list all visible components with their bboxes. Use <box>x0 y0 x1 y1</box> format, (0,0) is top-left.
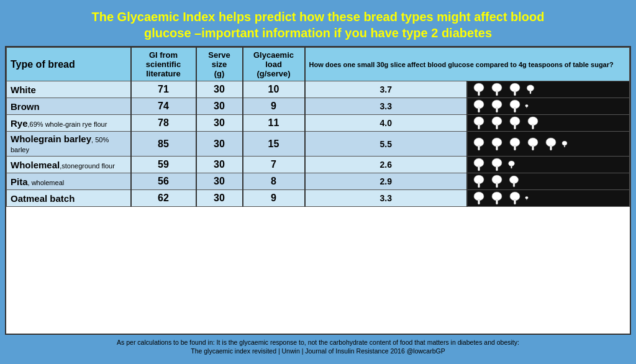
svg-rect-7 <box>530 90 531 94</box>
svg-rect-1 <box>478 91 480 96</box>
gi-cell: 59 <box>131 157 196 173</box>
header-row: Type of bread GI from scientific literat… <box>7 48 630 81</box>
bread-sub: , wholemeal <box>28 179 65 186</box>
bread-cell: Wholemeal,stoneground flour <box>7 157 131 173</box>
serve-cell: 30 <box>196 115 243 132</box>
visual-cell <box>467 98 630 115</box>
table-body: White 71 30 10 3.7 Brown <box>7 81 630 207</box>
header-visual: How does one small 30g slice affect bloo… <box>305 48 630 81</box>
data-table: Type of bread GI from scientific literat… <box>6 47 630 207</box>
table-row: Pita, wholemeal 56 30 8 2.9 <box>7 173 630 190</box>
spoon-icon <box>470 99 488 113</box>
gi-cell: 56 <box>131 173 196 190</box>
gl-num-cell: 4.0 <box>305 115 468 132</box>
visual-cell <box>467 115 630 132</box>
svg-rect-11 <box>496 107 498 112</box>
header-gi: GI from scientific literature <box>131 48 196 81</box>
spoon-icon <box>506 137 524 151</box>
gi-cell: 71 <box>131 81 196 98</box>
serve-cell: 30 <box>196 132 243 157</box>
gi-cell: 74 <box>131 98 196 115</box>
title: The Glycaemic Index helps predict how th… <box>11 9 625 41</box>
footer-line1: As per calculations to be found in: It i… <box>117 339 519 346</box>
spoon-icon <box>488 99 506 113</box>
svg-rect-19 <box>496 124 498 129</box>
gl-num-cell: 3.3 <box>305 190 468 207</box>
svg-rect-9 <box>478 107 480 112</box>
svg-rect-33 <box>550 145 552 150</box>
visual-cell <box>467 173 630 190</box>
svg-rect-41 <box>511 165 512 168</box>
table-row: Oatmeal batch 62 30 9 3.3 <box>7 190 630 207</box>
svg-rect-55 <box>527 199 527 200</box>
serve-cell: 30 <box>196 173 243 190</box>
serve-cell: 30 <box>196 98 243 115</box>
spoon-icon <box>470 191 488 205</box>
spoon-icon <box>488 116 506 130</box>
header-gl: Glycaemicload(g/serve) <box>243 48 305 81</box>
svg-rect-39 <box>496 166 498 171</box>
bread-cell: Wholegrain barley, 50% barley <box>7 132 131 157</box>
page-container: The Glycaemic Index helps predict how th… <box>0 0 636 364</box>
footer-area: As per calculations to be found in: It i… <box>5 335 631 359</box>
spoon-icon <box>524 137 542 151</box>
svg-rect-23 <box>532 124 534 129</box>
spoon-icon <box>488 83 506 96</box>
gl-cell: 10 <box>243 81 305 98</box>
spoon-icon <box>470 83 488 96</box>
spoon-icon <box>488 158 506 171</box>
svg-rect-25 <box>478 145 480 150</box>
visual-cell <box>467 132 630 157</box>
spoon-icon <box>470 158 488 171</box>
svg-rect-45 <box>496 183 498 188</box>
spoon-icon <box>542 137 560 151</box>
table-row: Brown 74 30 9 3.3 <box>7 98 630 115</box>
table-row: Wholemeal,stoneground flour 59 30 7 2.6 <box>7 157 630 173</box>
bread-name: Rye <box>11 118 28 129</box>
bread-cell: Brown <box>7 98 131 115</box>
spoon-icon <box>488 137 506 151</box>
svg-rect-37 <box>478 166 480 171</box>
table-row: White 71 30 10 3.7 <box>7 81 630 98</box>
gl-num-cell: 2.6 <box>305 157 468 173</box>
bread-cell: White <box>7 81 131 98</box>
visual-cell <box>467 81 630 98</box>
bread-name: White <box>11 84 36 95</box>
gl-num-cell: 3.3 <box>305 98 468 115</box>
visual-cell <box>467 190 630 207</box>
svg-rect-13 <box>514 107 516 112</box>
spoon-icon <box>470 137 488 151</box>
bread-name: Pita <box>11 176 28 187</box>
gl-num-cell: 5.5 <box>305 132 468 157</box>
svg-rect-35 <box>564 145 565 147</box>
title-line1: The Glycaemic Index helps predict how th… <box>91 10 544 24</box>
svg-rect-49 <box>478 199 480 204</box>
footer-text: As per calculations to be found in: It i… <box>10 338 626 356</box>
header-serve: Servesize(g) <box>196 48 243 81</box>
partial-spoon-icon <box>560 137 569 151</box>
table-wrapper: Type of bread GI from scientific literat… <box>5 46 631 335</box>
bread-name: Wholemeal <box>11 160 60 170</box>
spoon-icon <box>488 175 506 188</box>
bread-sub: ,69% whole-grain rye flour <box>28 121 107 128</box>
bread-cell: Pita, wholemeal <box>7 173 131 190</box>
spoon-icon <box>506 116 524 130</box>
svg-rect-51 <box>496 199 498 204</box>
footer-line2: The glycaemic index revisited | Unwin | … <box>191 347 445 355</box>
visual-cell <box>467 157 630 173</box>
gi-cell: 62 <box>131 190 196 207</box>
svg-rect-21 <box>514 124 516 129</box>
svg-rect-47 <box>513 183 515 187</box>
spoon-icon <box>470 116 488 130</box>
svg-rect-31 <box>532 145 534 150</box>
partial-spoon-icon <box>524 99 529 113</box>
partial-spoon-icon <box>524 83 537 96</box>
table-row: Rye,69% whole-grain rye flour 78 30 11 4… <box>7 115 630 132</box>
svg-rect-29 <box>514 145 516 150</box>
serve-cell: 30 <box>196 81 243 98</box>
spoon-icon <box>470 175 488 188</box>
gl-num-cell: 2.9 <box>305 173 468 190</box>
bread-name: Wholegrain barley <box>11 134 91 144</box>
svg-rect-15 <box>527 107 527 108</box>
gl-cell: 9 <box>243 190 305 207</box>
